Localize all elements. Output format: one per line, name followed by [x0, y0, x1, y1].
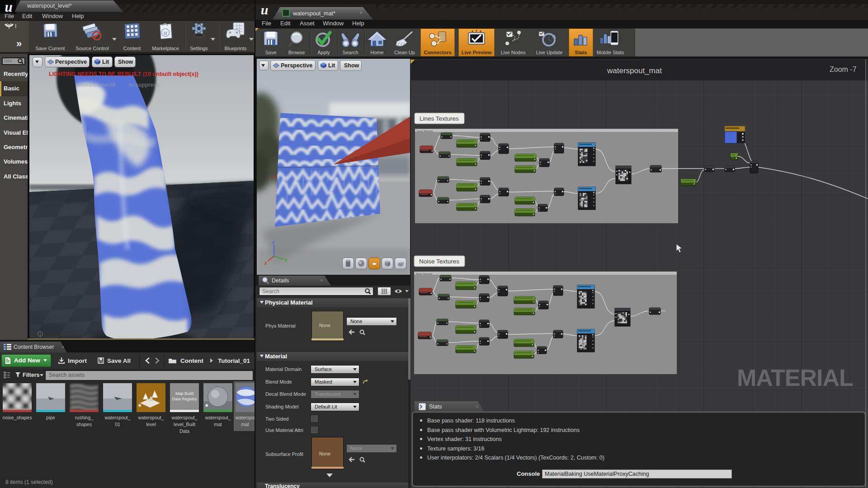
svg-text:Lines Textures: Lines Textures [417, 130, 433, 132]
svg-text:Noise Textures: Noise Textures [416, 272, 433, 275]
svg-text:u: u [164, 29, 167, 36]
svg-text:*: * [138, 403, 142, 411]
svg-text:Data Registry: Data Registry [172, 397, 197, 401]
svg-text:*: * [205, 403, 208, 411]
svg-text:Map Build: Map Build [175, 391, 193, 396]
svg-text:y: y [285, 257, 288, 262]
svg-text:z: z [272, 240, 274, 245]
svg-text:Lines Textures: Lines Textures [420, 115, 459, 122]
svg-text:x: x [264, 261, 267, 266]
svg-text:Noise Textures: Noise Textures [419, 258, 459, 265]
